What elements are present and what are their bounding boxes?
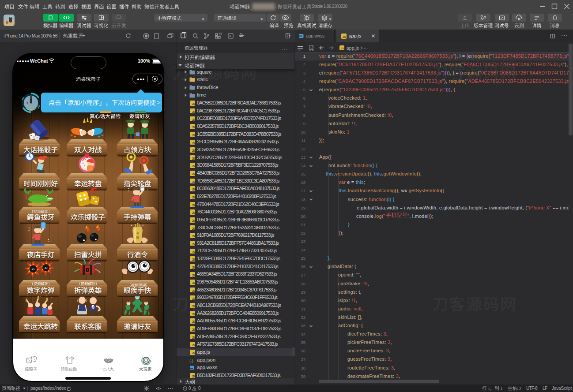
svg-text:4d: 4d <box>45 267 48 269</box>
svg-text:45: 45 <box>32 268 35 271</box>
